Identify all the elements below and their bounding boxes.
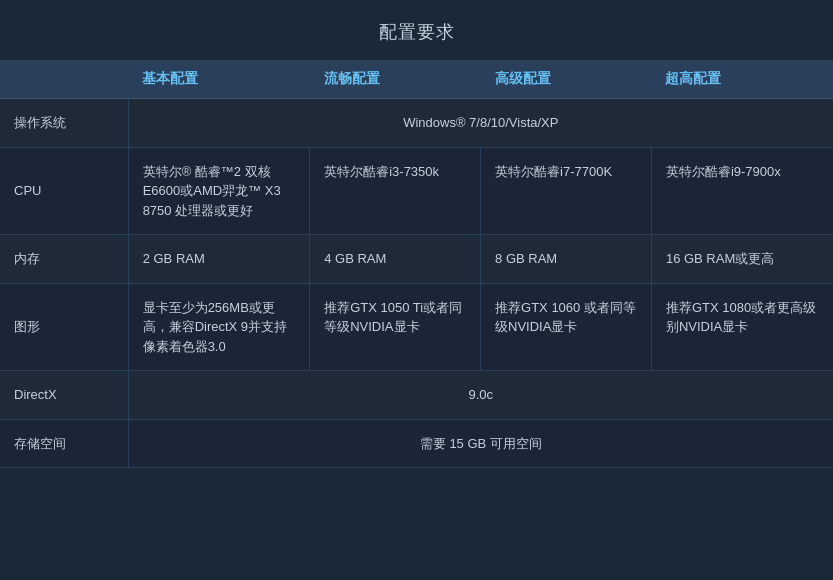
table-row: CPU英特尔® 酷睿™2 双核 E6600或AMD羿龙™ X3 8750 处理器… [0, 147, 833, 235]
header-smooth: 流畅配置 [310, 60, 481, 99]
requirements-table: 基本配置 流畅配置 高级配置 超高配置 操作系统Windows® 7/8/10/… [0, 60, 833, 468]
row-basic: 2 GB RAM [128, 235, 310, 284]
row-span-value: 需要 15 GB 可用空间 [128, 419, 833, 468]
row-label: CPU [0, 147, 128, 235]
table-row: 操作系统Windows® 7/8/10/Vista/XP [0, 99, 833, 148]
row-smooth: 英特尔酷睿i3-7350k [310, 147, 481, 235]
table-row: 存储空间需要 15 GB 可用空间 [0, 419, 833, 468]
row-label: 图形 [0, 283, 128, 371]
row-ultra: 16 GB RAM或更高 [651, 235, 833, 284]
table-row: DirectX9.0c [0, 371, 833, 420]
row-label: DirectX [0, 371, 128, 420]
table-body: 操作系统Windows® 7/8/10/Vista/XPCPU英特尔® 酷睿™2… [0, 99, 833, 468]
table-row: 图形显卡至少为256MB或更高，兼容DirectX 9并支持像素着色器3.0推荐… [0, 283, 833, 371]
row-smooth: 推荐GTX 1050 Ti或者同等级NVIDIA显卡 [310, 283, 481, 371]
row-high: 英特尔酷睿i7-7700K [481, 147, 652, 235]
row-span-value: Windows® 7/8/10/Vista/XP [128, 99, 833, 148]
header-ultra: 超高配置 [651, 60, 833, 99]
row-ultra: 英特尔酷睿i9-7900x [651, 147, 833, 235]
row-span-value: 9.0c [128, 371, 833, 420]
row-basic: 英特尔® 酷睿™2 双核 E6600或AMD羿龙™ X3 8750 处理器或更好 [128, 147, 310, 235]
table-row: 内存2 GB RAM4 GB RAM8 GB RAM16 GB RAM或更高 [0, 235, 833, 284]
row-basic: 显卡至少为256MB或更高，兼容DirectX 9并支持像素着色器3.0 [128, 283, 310, 371]
table-header-row: 基本配置 流畅配置 高级配置 超高配置 [0, 60, 833, 99]
row-high: 8 GB RAM [481, 235, 652, 284]
header-high: 高级配置 [481, 60, 652, 99]
row-ultra: 推荐GTX 1080或者更高级别NVIDIA显卡 [651, 283, 833, 371]
header-label-col [0, 60, 128, 99]
row-smooth: 4 GB RAM [310, 235, 481, 284]
row-label: 存储空间 [0, 419, 128, 468]
row-label: 内存 [0, 235, 128, 284]
header-basic: 基本配置 [128, 60, 310, 99]
row-label: 操作系统 [0, 99, 128, 148]
row-high: 推荐GTX 1060 或者同等级NVIDIA显卡 [481, 283, 652, 371]
page-title: 配置要求 [0, 0, 833, 60]
